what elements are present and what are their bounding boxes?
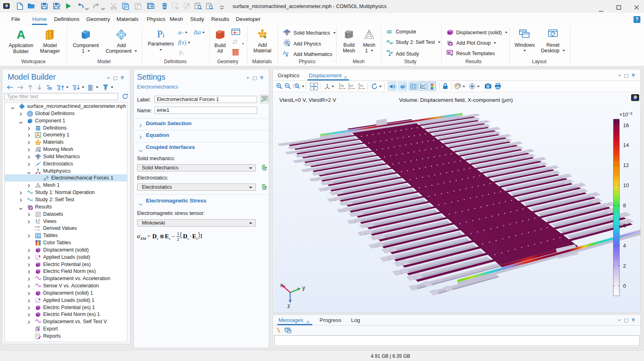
svg-text:E: E <box>192 233 196 239</box>
svg-text:D: D <box>183 233 187 239</box>
svg-text:VtestL=0 V, VtestR=2 V: VtestL=0 V, VtestR=2 V <box>279 97 336 103</box>
svg-text:D: D <box>152 233 157 239</box>
svg-text:⊗: ⊗ <box>160 233 164 239</box>
svg-text:2: 2 <box>623 263 626 269</box>
svg-text:s: s <box>196 237 198 241</box>
svg-text:s: s <box>169 237 170 241</box>
svg-text:x: x <box>280 282 283 288</box>
svg-text:y: y <box>302 285 305 291</box>
svg-text:σ: σ <box>137 233 140 239</box>
svg-text:·: · <box>190 233 192 239</box>
svg-text:s: s <box>157 237 158 241</box>
svg-text:I: I <box>200 233 202 239</box>
svg-text:6: 6 <box>623 223 626 229</box>
svg-text:16: 16 <box>623 122 629 128</box>
svg-text:EM: EM <box>141 237 146 241</box>
svg-text:Δu: Δu <box>283 50 288 55</box>
svg-text:10: 10 <box>623 182 629 188</box>
svg-text:−: − <box>172 233 175 239</box>
svg-text:1: 1 <box>177 231 179 236</box>
svg-text:z: z <box>287 303 290 309</box>
svg-text:4: 4 <box>623 243 626 249</box>
svg-text:yz: yz <box>350 84 353 87</box>
svg-text:0: 0 <box>623 283 626 289</box>
svg-text:14: 14 <box>623 142 629 148</box>
svg-text:e-12: e-12 <box>35 229 40 231</box>
svg-text:s: s <box>187 237 189 241</box>
svg-text:8.85: 8.85 <box>35 226 40 228</box>
svg-text:12: 12 <box>623 162 629 168</box>
svg-text:=: = <box>147 233 150 239</box>
svg-text:xy: xy <box>341 84 344 87</box>
svg-text:xz: xz <box>360 84 363 87</box>
svg-text:8: 8 <box>623 202 626 208</box>
svg-text:E: E <box>165 233 169 239</box>
svg-text:Volume: Displacement field, X-: Volume: Displacement field, X-component … <box>399 97 513 103</box>
svg-text:2: 2 <box>177 237 179 241</box>
